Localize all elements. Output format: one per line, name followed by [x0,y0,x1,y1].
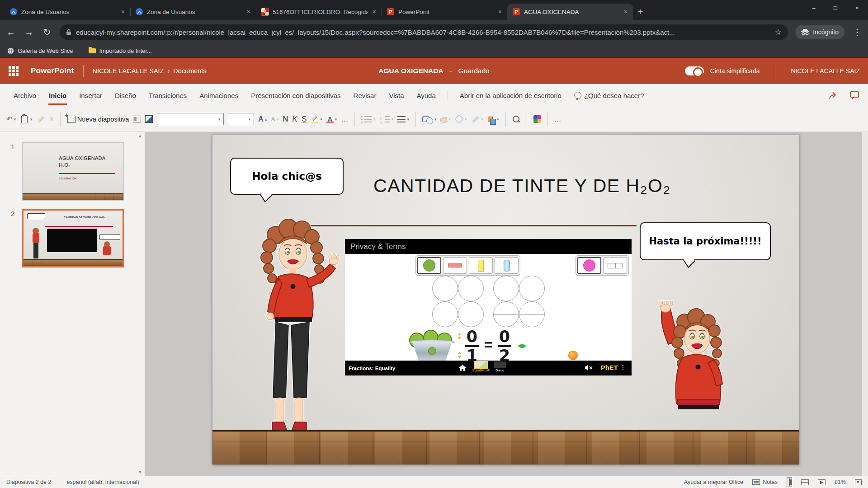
slide-sorter-icon[interactable] [801,479,809,485]
language-status[interactable]: español (alfab. internacional) [66,479,139,485]
pink-circle-option[interactable] [577,257,601,274]
grow-font-button[interactable]: A▴ [258,115,267,123]
fraction-circle[interactable] [432,276,458,301]
fraction-circle[interactable] [458,276,484,301]
paste-button[interactable]: ▾ [20,115,33,124]
sim-tab-equality-lab[interactable]: Equality Lab [472,361,490,372]
embedded-simulation[interactable]: Privacy & Terms [345,239,632,375]
breadcrumb-user[interactable]: NICOLE LACALLE SAIZ [93,67,164,75]
tab-presentacion[interactable]: Presentación con diapositivas [245,84,347,107]
account-name[interactable]: NICOLE LACALLE SAIZ [791,67,860,75]
new-slide-button[interactable]: Nueva diapositiva [67,115,129,124]
shapes-button[interactable]: ▾ [422,116,437,122]
shape-effects-button[interactable]: ▾ [471,115,484,124]
panel-scrollbar[interactable]: ▲ ▼ [137,132,144,476]
tab-ayuda[interactable]: Ayuda [410,84,442,107]
halved-circle[interactable] [519,301,545,327]
numbering-button[interactable]: 123▾ [380,113,394,125]
font-size-select[interactable]: ▾ [228,113,254,125]
layout-button[interactable] [133,116,141,122]
tab-close-icon[interactable]: × [120,8,126,15]
shape-fill-button[interactable]: ▾ [440,116,451,123]
divided-bar-option[interactable] [603,257,627,274]
shape-outline-button[interactable]: ▾ [455,115,467,123]
bold-button[interactable]: N [283,115,288,124]
tab-transiciones[interactable]: Transiciones [142,84,193,107]
tab-inicio[interactable]: Inicio [42,84,73,107]
phet-logo[interactable]: PhET [601,364,618,371]
slideshow-icon[interactable] [818,479,826,485]
tab-close-icon[interactable]: × [246,8,251,15]
maximize-button[interactable]: □ [825,0,846,15]
denominator-arrows[interactable]: ◀▶ [518,343,527,349]
undo-button[interactable]: ↶▾ [6,115,16,123]
fraction-circle[interactable] [458,301,484,327]
app-name[interactable]: PowerPoint [31,66,74,75]
font-name-select[interactable]: ▾ [157,113,224,125]
notes-toggle[interactable]: Notas [752,479,778,485]
bullets-button[interactable]: ▾ [361,116,376,122]
designer-button[interactable] [533,115,541,123]
slide-title[interactable]: CANTIDAD DE TINTE Y DE H₂O₂ [289,175,755,197]
scroll-up-icon[interactable]: ▲ [138,133,142,138]
tell-me-button[interactable]: ¿Qué desea hacer? [568,84,651,107]
sim-titlebar-text[interactable]: Privacy & Terms [350,242,406,251]
tab-diseno[interactable]: Diseño [108,84,142,107]
cylinder-option[interactable] [495,257,519,274]
new-tab-button[interactable]: + [637,6,643,17]
delete-button[interactable]: × [49,115,53,123]
reload-icon[interactable]: ↻ [42,27,52,38]
reset-button[interactable] [568,351,578,360]
highlight-color-button[interactable]: ▾ [311,115,322,123]
halved-circle[interactable] [493,276,519,301]
more-font-options-button[interactable]: … [341,115,348,123]
teacher-character-left[interactable] [241,216,345,447]
mute-icon[interactable] [585,365,593,371]
bookmark-star-icon[interactable]: ☆ [775,28,782,37]
teacher-character-right[interactable] [641,301,738,409]
denominator-spinner[interactable]: ▲▼ [458,352,462,359]
browser-menu-icon[interactable]: ⋮ [852,27,863,38]
tab-close-icon[interactable]: × [623,8,628,15]
scroll-down-icon[interactable]: ▼ [138,469,142,474]
browser-tab[interactable]: Zona de Usuarios × [130,4,256,20]
chevron-down-icon[interactable]: ▾ [30,117,33,122]
format-painter-button[interactable] [36,115,45,124]
fit-to-window-icon[interactable] [855,479,862,485]
canvas-scrollbar[interactable] [862,132,868,476]
red-bar-option[interactable] [443,257,467,274]
browser-tab[interactable]: Zona de Usuarios × [5,4,130,20]
tab-close-icon[interactable]: × [372,8,377,15]
halved-circle[interactable] [519,276,545,301]
home-icon[interactable] [459,365,466,371]
numerator-spinner[interactable]: ▲▼ [458,333,462,340]
speech-bubble-right[interactable]: Hasta la próxima!!!!! [640,222,771,260]
underline-button[interactable]: S [302,115,307,124]
slide-2-canvas[interactable]: Hola chic@s CANTIDAD DE TINTE Y DE H₂O₂ [212,135,799,465]
comments-button[interactable] [848,90,861,101]
font-color-button[interactable]: A▾ [326,115,337,123]
minimize-button[interactable]: – [803,0,825,15]
forward-icon[interactable]: → [24,27,34,38]
more-commands-button[interactable]: … [554,115,561,123]
sim-tab-game[interactable]: Game [494,361,506,372]
slide-2-thumbnail-selected[interactable]: CANTIDAD DE TINTE Y DE H₂O₂ [22,209,124,267]
sim-menu-icon[interactable]: ⋮ [620,364,626,371]
bookmark-item[interactable]: Importado de Inter... [89,47,152,54]
tab-insertar[interactable]: Insertar [73,84,108,107]
piece-bucket[interactable] [408,329,456,361]
tab-revisar[interactable]: Revisar [347,84,383,107]
italic-button[interactable]: K [292,115,297,124]
align-button[interactable]: ▾ [397,116,409,122]
back-icon[interactable]: ← [5,27,16,38]
slide-1-thumbnail[interactable]: AGUA OXIGENADA H₂O₂ COLORACIÓN [22,142,124,201]
normal-view-button[interactable] [787,477,792,487]
open-in-desktop-button[interactable]: Abrir en la aplicación de escritorio [453,84,568,107]
breadcrumb-section[interactable]: Documents [173,67,206,75]
tab-vista[interactable]: Vista [382,84,410,107]
find-button[interactable] [512,115,520,123]
zoom-level[interactable]: 81% [835,479,846,485]
yellow-rect-option[interactable] [469,257,493,274]
tab-animaciones[interactable]: Animaciones [193,84,245,107]
arrange-button[interactable]: ▾ [487,115,499,123]
